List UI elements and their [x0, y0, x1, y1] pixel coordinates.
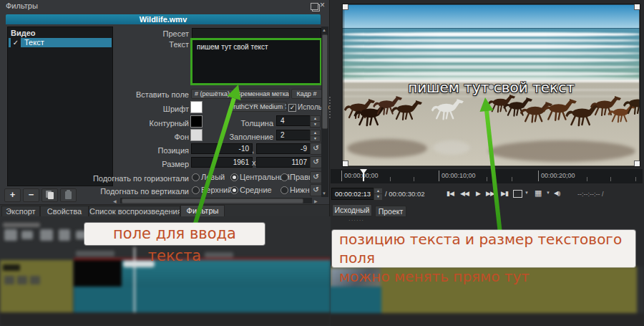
annotation-position-hint: позицию текста и размер текстового поля …	[332, 230, 635, 267]
background-label: Фон	[117, 133, 189, 141]
move-handle-center[interactable]	[488, 84, 494, 90]
splitter-handle[interactable]	[329, 97, 333, 118]
background-color-swatch[interactable]	[190, 129, 203, 141]
playhead-stem[interactable]	[363, 171, 364, 181]
insert-hash-button[interactable]: # (решётка)	[191, 89, 233, 99]
insert-timestamp-button[interactable]: Временная метка	[235, 89, 290, 99]
tab-project[interactable]: Проект	[375, 206, 406, 217]
valign-bottom-radio[interactable]	[280, 186, 288, 194]
resize-handle-bottom-right[interactable]	[634, 160, 640, 167]
resize-handle-bottom-left[interactable]	[342, 160, 348, 167]
position-reset-icon[interactable]: ↺	[310, 143, 322, 155]
tab-playlist[interactable]: Список воспроизведения	[89, 206, 180, 217]
filters-list-header: Видео	[11, 29, 36, 37]
valign-label: Подогнать по вертикали	[86, 187, 189, 196]
text-input-area[interactable]: пишем тут свой текст	[190, 38, 322, 85]
tab-source[interactable]: Исходный	[332, 204, 372, 216]
position-separator: ,	[252, 145, 254, 154]
filter-item-label: Текст	[24, 38, 44, 47]
vscroll-down-icon[interactable]: ▼	[322, 191, 326, 196]
current-time-field[interactable]: 00:00:02:13	[331, 188, 374, 200]
position-label: Позиция	[117, 146, 189, 155]
ruler-label-10: 00:00:10;00	[441, 172, 476, 179]
valign-middle-label: Средние	[240, 186, 272, 194]
resize-handle-top-right[interactable]	[634, 4, 640, 10]
size-h-field[interactable]: 1107	[256, 157, 311, 168]
grid-dropdown-icon[interactable]: ▼	[546, 191, 550, 195]
rewind-button[interactable]: ◀◀	[460, 189, 469, 198]
float-panel-icon[interactable]	[311, 3, 318, 10]
thickness-spin-down-icon[interactable]: ▼	[310, 121, 321, 128]
valign-middle-radio[interactable]	[230, 186, 238, 194]
padding-label: Заполнение	[215, 133, 273, 141]
outline-label: Контурный	[117, 119, 189, 128]
copy-filter-button[interactable]	[42, 188, 58, 202]
size-reset-icon[interactable]: ↺	[310, 156, 322, 168]
filters-panel: Фильтры × Wildlife.wmv Видео ✓ Текст Пре…	[0, 0, 330, 216]
play-button[interactable]: ▶	[476, 189, 480, 198]
vscroll-up-icon[interactable]: ▲	[322, 27, 326, 33]
clip-title: Wildlife.wmv	[6, 14, 321, 24]
h-scrollbar-thumb[interactable]	[122, 198, 303, 203]
video-preview[interactable]: пишем тут свой текст	[342, 4, 640, 167]
zoom-fit-icon[interactable]	[513, 190, 522, 198]
fast-forward-button[interactable]: ▶▶	[486, 189, 494, 198]
halign-left-label: Левый	[201, 173, 225, 181]
volume-icon[interactable]: ◀))	[554, 189, 560, 198]
size-w-field[interactable]: 1961	[191, 157, 253, 168]
paste-icon	[65, 191, 72, 199]
valign-top-radio[interactable]	[192, 186, 200, 194]
filter-list-item-text[interactable]: ✓ Текст	[9, 38, 112, 47]
v-scrollbar[interactable]: ▲ ▼	[321, 27, 328, 197]
add-filter-button[interactable]: +	[4, 188, 21, 202]
insert-frame-button[interactable]: Кадр #	[291, 89, 322, 99]
hscroll-left-icon[interactable]: ◀	[113, 198, 117, 204]
resize-handle-top-left[interactable]	[342, 4, 348, 10]
ruler-tick	[439, 171, 439, 181]
annotation-line-2: можно менять прямо тут	[339, 267, 635, 286]
halign-left-radio[interactable]	[192, 173, 200, 181]
halign-reset-icon[interactable]: ↺	[310, 171, 322, 183]
valign-top-label: Верхний	[201, 186, 232, 194]
in-out-duration-label: --:--:--:-- /	[577, 191, 603, 198]
font-label: Шрифт	[117, 105, 189, 113]
skip-to-start-button[interactable]: ▮◀	[447, 189, 454, 198]
font-button[interactable]: TruthCYR Medium 72	[229, 102, 287, 112]
size-separator: x	[252, 158, 256, 167]
tab-properties[interactable]: Свойства	[40, 206, 89, 217]
zoom-dropdown-icon[interactable]: ▼	[525, 191, 529, 195]
hscroll-right-icon[interactable]: ▶	[314, 198, 318, 204]
valign-reset-icon[interactable]: ↺	[310, 184, 322, 196]
preset-input[interactable]	[192, 28, 321, 39]
text-input-value: пишем тут свой текст	[197, 43, 268, 51]
shotcut-window: Фильтры × Wildlife.wmv Видео ✓ Текст Пре…	[0, 0, 644, 326]
annotation-line-1: позицию текста и размер текстового поля	[339, 230, 635, 267]
paste-filter-button[interactable]	[60, 188, 77, 202]
halign-right-radio[interactable]	[280, 173, 288, 181]
filters-list[interactable]: Видео ✓ Текст	[7, 27, 113, 186]
tab-export[interactable]: Экспорт	[1, 206, 40, 217]
font-color-swatch[interactable]	[190, 101, 203, 113]
annotation-text-input: поле для ввода текста	[84, 223, 265, 245]
use-font-size-checkbox[interactable]: ✓	[288, 104, 296, 112]
halign-center-radio[interactable]	[230, 173, 238, 181]
close-panel-icon[interactable]: ×	[320, 0, 325, 10]
size-label: Размер	[117, 160, 189, 168]
player-panel: пишем тут свой текст 00:00:00;00 00:00:1…	[329, 0, 644, 222]
outline-color-swatch[interactable]	[190, 115, 203, 128]
text-label: Текст	[117, 40, 189, 49]
h-scrollbar[interactable]	[120, 198, 312, 203]
skip-to-end-button[interactable]: ▶▮	[501, 189, 508, 198]
time-spin-down-icon[interactable]: ▼	[374, 193, 383, 201]
filter-enabled-check-icon[interactable]: ✓	[11, 38, 21, 47]
ruler-tick	[538, 171, 539, 181]
grid-icon[interactable]: ▦	[535, 188, 542, 197]
position-y-field[interactable]: -9	[256, 143, 311, 154]
remove-filter-button[interactable]: −	[23, 188, 39, 202]
bottom-tab-bar: Экспорт Свойства Список воспроизведения …	[0, 204, 329, 217]
position-x-field[interactable]: -10	[191, 143, 253, 154]
padding-spin-down-icon[interactable]: ▼	[310, 135, 321, 142]
seek-ruler[interactable]: 00:00:00;00 00:00:10;00 00:00:20;00	[331, 169, 643, 183]
v-scrollbar-thumb[interactable]	[322, 34, 328, 129]
ruler-label-20: 00:00:20;00	[541, 172, 575, 179]
